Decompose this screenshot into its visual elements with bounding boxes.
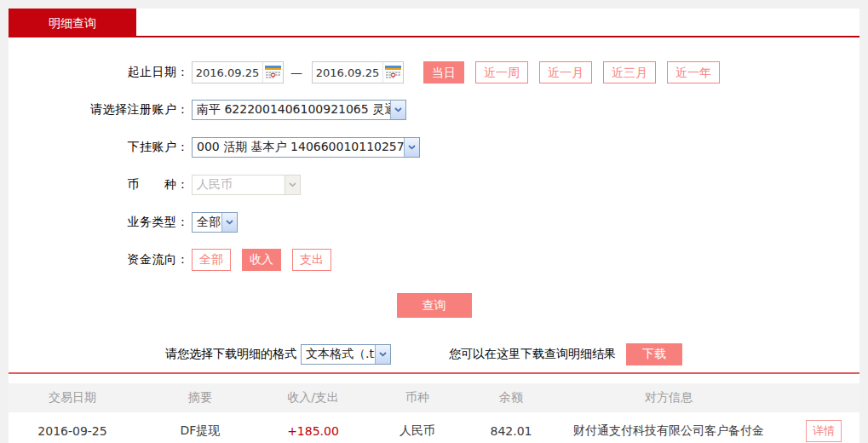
tab-detail-query[interactable]: 明细查询 bbox=[9, 9, 136, 37]
quick-range-month-button[interactable]: 近一月 bbox=[539, 61, 592, 83]
cell-summary: DF提现 bbox=[136, 423, 264, 439]
header-currency: 币种 bbox=[362, 390, 473, 406]
header-date: 交易日期 bbox=[9, 390, 136, 406]
chevron-down-icon bbox=[285, 175, 300, 194]
cell-amount: +185.00 bbox=[264, 424, 362, 438]
page: 明细查询 起止日期： 2016.09.25 bbox=[0, 0, 868, 443]
table-header: 交易日期 摘要 收入/支出 币种 余额 对方信息 bbox=[9, 383, 859, 412]
date-range-row: 起止日期： 2016.09.25 bbox=[9, 61, 859, 83]
quick-range-week-button[interactable]: 近一周 bbox=[475, 61, 528, 83]
download-button[interactable]: 下载 bbox=[626, 343, 682, 365]
calendar-icon[interactable] bbox=[382, 62, 403, 83]
quick-range-year-button[interactable]: 近一年 bbox=[667, 61, 720, 83]
query-button[interactable]: 查询 bbox=[397, 293, 472, 318]
register-account-label: 请选择注册账户： bbox=[9, 102, 189, 118]
flow-income-button[interactable]: 收入 bbox=[242, 249, 281, 271]
sub-account-select[interactable]: 000 活期 基本户 1406600101102571848 bbox=[192, 137, 420, 158]
biz-type-row: 业务类型： 全部 bbox=[9, 211, 859, 233]
quick-range-3months-button[interactable]: 近三月 bbox=[603, 61, 656, 83]
currency-select: 人民币 bbox=[192, 175, 301, 195]
cell-balance: 842.01 bbox=[473, 424, 549, 438]
date-from-input[interactable]: 2016.09.25 bbox=[192, 61, 284, 83]
table-row: 2016-09-25 DF提现 +185.00 人民币 842.01 财付通支付… bbox=[9, 412, 859, 443]
table-divider bbox=[9, 372, 859, 374]
header-summary: 摘要 bbox=[136, 390, 264, 406]
register-account-select[interactable]: 南平 6222001406100921065 灵通卡 bbox=[192, 100, 406, 120]
flow-all-button[interactable]: 全部 bbox=[192, 249, 231, 271]
detail-button[interactable]: 详情 bbox=[806, 420, 842, 442]
biz-type-select[interactable]: 全部 bbox=[192, 212, 238, 233]
flow-row: 资金流向： 全部 收入 支出 bbox=[9, 249, 859, 271]
chevron-down-icon bbox=[390, 101, 405, 119]
tab-bar: 明细查询 bbox=[9, 9, 859, 37]
currency-row: 币 种： 人民币 bbox=[9, 174, 859, 196]
cell-currency: 人民币 bbox=[362, 423, 473, 439]
query-form: 起止日期： 2016.09.25 bbox=[9, 37, 859, 365]
cell-counterparty: 财付通支付科技有限公司客户备付金 bbox=[549, 423, 788, 439]
biz-type-value: 全部 bbox=[197, 215, 221, 230]
sub-account-row: 下挂账户： 000 活期 基本户 1406600101102571848 bbox=[9, 136, 859, 158]
date-from-value: 2016.09.25 bbox=[193, 66, 262, 79]
header-amount: 收入/支出 bbox=[264, 390, 362, 406]
date-range-label: 起止日期： bbox=[9, 65, 189, 80]
header-balance: 余额 bbox=[473, 390, 549, 406]
cell-actions: 详情 bbox=[788, 420, 859, 442]
currency-label: 币 种： bbox=[9, 177, 189, 193]
date-separator: — bbox=[290, 66, 302, 79]
download-row: 请您选择下载明细的格式 文本格式（.txt） 您可以在这里下载查询明细结果 下载 bbox=[9, 343, 859, 365]
sub-account-value: 000 活期 基本户 1406600101102571848 bbox=[197, 140, 404, 155]
header-counterparty: 对方信息 bbox=[549, 390, 788, 406]
download-hint: 您可以在这里下载查询明细结果 bbox=[449, 347, 616, 362]
query-row: 查询 bbox=[9, 293, 859, 318]
sub-account-label: 下挂账户： bbox=[9, 140, 189, 155]
detail-query-panel: 明细查询 起止日期： 2016.09.25 bbox=[9, 9, 859, 437]
flow-expense-button[interactable]: 支出 bbox=[292, 249, 331, 271]
register-account-row: 请选择注册账户： 南平 6222001406100921065 灵通卡 bbox=[9, 99, 859, 121]
chevron-down-icon bbox=[404, 138, 419, 157]
date-to-value: 2016.09.25 bbox=[313, 66, 382, 79]
download-format-value: 文本格式（.txt） bbox=[306, 347, 375, 362]
download-format-label: 请您选择下载明细的格式 bbox=[165, 347, 296, 362]
calendar-icon[interactable] bbox=[262, 62, 283, 83]
download-format-select[interactable]: 文本格式（.txt） bbox=[301, 344, 391, 365]
chevron-down-icon bbox=[221, 213, 237, 232]
quick-range-today-button[interactable]: 当日 bbox=[423, 61, 464, 83]
chevron-down-icon bbox=[375, 345, 390, 364]
register-account-value: 南平 6222001406100921065 灵通卡 bbox=[197, 102, 390, 118]
biz-type-label: 业务类型： bbox=[9, 215, 189, 230]
flow-label: 资金流向： bbox=[9, 252, 189, 268]
date-to-input[interactable]: 2016.09.25 bbox=[312, 61, 404, 83]
cell-date: 2016-09-25 bbox=[9, 424, 136, 438]
currency-value: 人民币 bbox=[197, 177, 233, 193]
